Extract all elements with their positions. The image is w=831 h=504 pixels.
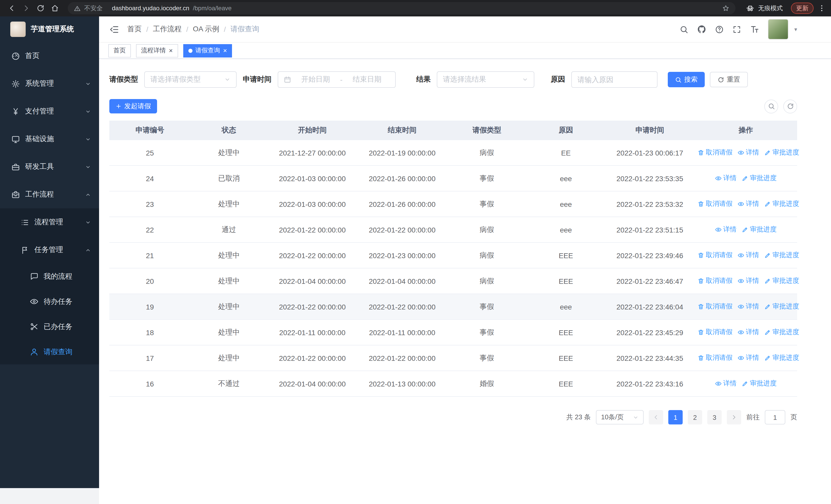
date-end-placeholder[interactable]: 结束日期	[345, 75, 390, 84]
action-detail-link[interactable]: 详情	[715, 379, 737, 388]
action-progress-link[interactable]: 审批进度	[764, 148, 799, 157]
action-detail-link[interactable]: 详情	[738, 328, 759, 337]
breadcrumb-item[interactable]: OA 示例	[193, 25, 220, 34]
action-detail-link[interactable]: 详情	[738, 251, 759, 260]
sidebar-item-system[interactable]: 系统管理	[0, 70, 99, 97]
cell-apply-time: 2022-01-22 23:53:32	[605, 191, 694, 217]
fullscreen-icon[interactable]	[733, 25, 741, 34]
action-progress-link[interactable]: 审批进度	[742, 225, 777, 234]
sidebar-item-infra[interactable]: 基础设施	[0, 125, 99, 153]
sidebar-item-task-mgmt[interactable]: 任务管理	[0, 236, 99, 264]
action-cancel-link[interactable]: 取消请假	[697, 276, 733, 286]
font-size-icon[interactable]	[750, 25, 760, 34]
avatar-caret-icon[interactable]: ▾	[794, 26, 797, 33]
close-icon[interactable]: ×	[223, 47, 227, 54]
eye-icon	[715, 380, 722, 387]
collapse-sidebar-icon[interactable]	[109, 24, 119, 34]
trash-icon	[697, 252, 704, 259]
search-button[interactable]: 搜索	[668, 72, 705, 87]
table-header-row: 申请编号 状态 开始时间 结束时间 请假类型 原因 申请时间 操作	[109, 121, 797, 140]
action-cancel-link[interactable]: 取消请假	[697, 353, 733, 363]
global-search-icon[interactable]	[680, 25, 689, 34]
cell-leave-type: 事假	[447, 191, 526, 217]
action-detail-link[interactable]: 详情	[715, 225, 737, 234]
action-detail-link[interactable]: 详情	[738, 353, 759, 363]
home-icon[interactable]	[48, 2, 62, 15]
action-cancel-link[interactable]: 取消请假	[697, 302, 733, 311]
action-progress-link[interactable]: 审批进度	[764, 328, 799, 337]
tab-home[interactable]: 首页	[108, 44, 131, 57]
action-progress-link[interactable]: 审批进度	[742, 379, 777, 388]
prev-page-button[interactable]	[649, 410, 663, 424]
sidebar-item-leave-query[interactable]: 请假查询	[0, 339, 99, 364]
apply-time-range-picker[interactable]: 开始日期 - 结束日期	[278, 71, 396, 88]
reset-button[interactable]: 重置	[710, 72, 748, 87]
action-cancel-link[interactable]: 取消请假	[697, 199, 733, 209]
page-size-select[interactable]: 10条/页	[596, 410, 643, 424]
action-progress-link[interactable]: 审批进度	[764, 199, 799, 209]
sidebar-item-devtools[interactable]: 研发工具	[0, 153, 99, 181]
action-progress-link[interactable]: 审批进度	[764, 302, 799, 311]
github-icon[interactable]	[697, 25, 707, 34]
reload-icon[interactable]	[34, 2, 47, 15]
sidebar-item-home[interactable]: 首页	[0, 42, 99, 70]
goto-page-input[interactable]	[765, 410, 785, 424]
cell-reason: EEE	[526, 242, 605, 268]
action-detail-link[interactable]: 详情	[738, 302, 759, 311]
breadcrumb-item[interactable]: 工作流程	[153, 25, 182, 34]
sidebar-logo[interactable]: 芋道管理系统	[0, 17, 99, 42]
sidebar-item-workflow[interactable]: 工作流程	[0, 181, 99, 208]
action-progress-link[interactable]: 审批进度	[764, 251, 799, 260]
sidebar-item-payment[interactable]: 支付管理	[0, 97, 99, 125]
action-progress-link[interactable]: 审批进度	[764, 276, 799, 286]
sidebar-item-my-process[interactable]: 我的流程	[0, 264, 99, 289]
back-icon[interactable]	[5, 2, 19, 15]
address-bar[interactable]: 不安全 dashboard.yudao.iocoder.cn/bpm/oa/le…	[68, 2, 736, 14]
action-cancel-link[interactable]: 取消请假	[697, 251, 733, 260]
reason-input[interactable]	[571, 71, 658, 88]
page-button-3[interactable]: 3	[707, 410, 722, 424]
action-detail-link[interactable]: 详情	[738, 276, 759, 286]
chevron-down-icon	[85, 81, 91, 87]
action-detail-link[interactable]: 详情	[738, 199, 759, 209]
action-detail-link[interactable]: 详情	[738, 148, 759, 157]
refresh-table-button[interactable]	[783, 99, 797, 113]
chevron-down-icon	[85, 136, 91, 142]
create-leave-button[interactable]: 发起请假	[109, 99, 157, 113]
avatar[interactable]	[768, 19, 789, 39]
page-button-2[interactable]: 2	[688, 410, 702, 424]
forward-icon[interactable]	[20, 2, 33, 15]
help-icon[interactable]	[715, 25, 724, 34]
cell-status: 不通过	[191, 371, 267, 396]
cell-apply-id: 17	[109, 345, 191, 371]
action-cancel-link[interactable]: 取消请假	[697, 328, 733, 337]
page-button-1[interactable]: 1	[668, 410, 683, 424]
breadcrumb-item[interactable]: 首页	[127, 25, 142, 34]
action-progress-link[interactable]: 审批进度	[764, 353, 799, 363]
tab-leave-query[interactable]: 请假查询 ×	[183, 44, 232, 57]
date-start-placeholder[interactable]: 开始日期	[293, 75, 338, 84]
leave-type-select[interactable]: 请选择请假类型	[144, 71, 237, 88]
result-select[interactable]: 请选择流结果	[437, 71, 534, 88]
tab-process-detail[interactable]: 流程详情 ×	[136, 44, 178, 57]
action-progress-link[interactable]: 审批进度	[742, 174, 777, 183]
breadcrumb: 首页 / 工作流程 / OA 示例 / 请假查询	[127, 25, 259, 34]
toggle-search-button[interactable]	[764, 99, 778, 113]
sidebar-item-done-task[interactable]: 已办任务	[0, 314, 99, 339]
security-label[interactable]: 不安全	[84, 4, 103, 12]
bookmark-star-icon[interactable]	[722, 5, 729, 12]
browser-menu-icon[interactable]	[818, 4, 826, 12]
browser-update-chip[interactable]: 更新	[791, 3, 813, 14]
cell-apply-id: 22	[109, 217, 191, 242]
next-page-button[interactable]	[727, 410, 741, 424]
cell-start-time: 2022-01-03 00:00:00	[267, 166, 357, 191]
eye-icon	[715, 226, 722, 233]
sidebar-item-process-mgmt[interactable]: 流程管理	[0, 208, 99, 236]
close-icon[interactable]: ×	[169, 47, 173, 54]
action-detail-link[interactable]: 详情	[715, 174, 737, 183]
cell-reason: EEE	[526, 320, 605, 345]
cell-apply-time: 2022-01-22 23:49:46	[605, 242, 694, 268]
action-cancel-link[interactable]: 取消请假	[697, 148, 733, 157]
filter-bar: 请假类型 请选择请假类型 申请时间 开始日期 - 结束日期	[109, 71, 797, 88]
sidebar-item-todo-task[interactable]: 待办任务	[0, 289, 99, 314]
